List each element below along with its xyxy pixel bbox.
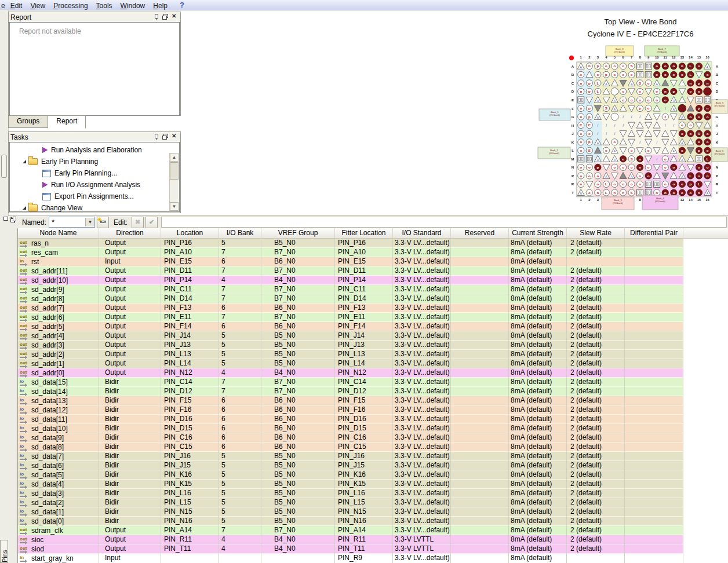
cell-name[interactable]: iosd_data[15]: [18, 378, 99, 387]
cell-diff[interactable]: [625, 424, 683, 433]
cell-diff[interactable]: [625, 470, 683, 480]
cell-standard[interactable]: 3.3-V LV...default): [393, 396, 451, 405]
cell-name[interactable]: outsiod: [18, 544, 99, 554]
cell-fitter[interactable]: PIN_L14: [335, 359, 393, 368]
close-icon[interactable]: [170, 13, 179, 21]
cell-current[interactable]: 8mA (default): [509, 526, 567, 535]
cell-bank[interactable]: 7: [219, 248, 261, 257]
cell-vref[interactable]: B5_N0: [261, 517, 335, 526]
scroll-up-icon[interactable]: ▲: [170, 153, 179, 162]
pin-row-start_gray_kn[interactable]: instart_gray_knInputPIN_R93.3-V LV...def…: [18, 554, 728, 563]
cell-location[interactable]: PIN_E11: [161, 313, 219, 322]
cell-location[interactable]: PIN_C14: [161, 378, 219, 387]
column-header-slew-rate[interactable]: Slew Rate: [567, 228, 625, 238]
cell-name[interactable]: iosd_data[14]: [18, 387, 99, 396]
cell-location[interactable]: PIN_A14: [161, 526, 219, 535]
cell-location[interactable]: PIN_L13: [161, 350, 219, 359]
cell-current[interactable]: 8mA (default): [509, 285, 567, 294]
cell-reserved[interactable]: [451, 387, 509, 396]
cell-reserved[interactable]: [451, 266, 509, 276]
cell-direction[interactable]: Output: [99, 544, 161, 554]
cell-vref[interactable]: B4_N0: [261, 276, 335, 285]
cell-fitter[interactable]: PIN_P16: [335, 239, 393, 248]
cell-fitter[interactable]: PIN_F14: [335, 322, 393, 331]
cell-reserved[interactable]: [451, 368, 509, 378]
cell-current[interactable]: 8mA (default): [509, 498, 567, 507]
cell-reserved[interactable]: [451, 507, 509, 517]
cell-reserved[interactable]: [451, 544, 509, 554]
cell-vref[interactable]: B6_N0: [261, 257, 335, 266]
cell-name[interactable]: iosd_data[11]: [18, 415, 99, 424]
cell-vref[interactable]: B7_N0: [261, 294, 335, 304]
cell-location[interactable]: PIN_C16: [161, 433, 219, 443]
cell-current[interactable]: 8mA (default): [509, 248, 567, 257]
cell-location[interactable]: PIN_C11: [161, 285, 219, 294]
float-icon[interactable]: [161, 13, 169, 21]
pin-row-sd_addr[8][interactable]: outsd_addr[8]OutputPIN_D147B7_N0PIN_D143…: [18, 294, 728, 304]
cell-slew[interactable]: 2 (default): [567, 544, 625, 554]
float-icon[interactable]: [161, 133, 169, 141]
cell-direction[interactable]: Output: [99, 359, 161, 368]
cell-current[interactable]: 8mA (default): [509, 415, 567, 424]
cell-vref[interactable]: B5_N0: [261, 341, 335, 350]
column-header-direction[interactable]: Direction: [99, 228, 161, 238]
cell-name[interactable]: iosd_data[9]: [18, 433, 99, 443]
cell-direction[interactable]: Bidir: [99, 470, 161, 480]
cell-standard[interactable]: 3.3-V LV...default): [393, 285, 451, 294]
cell-location[interactable]: PIN_F13: [161, 304, 219, 313]
cell-fitter[interactable]: PIN_C14: [335, 378, 393, 387]
cell-current[interactable]: 8mA (default): [509, 433, 567, 443]
cell-bank[interactable]: 5: [219, 470, 261, 480]
cell-location[interactable]: PIN_K15: [161, 480, 219, 489]
cell-direction[interactable]: Bidir: [99, 433, 161, 443]
pin-row-sd_data[11][interactable]: iosd_data[11]BidirPIN_D166B6_N0PIN_D163.…: [18, 415, 728, 424]
cell-standard[interactable]: 3.3-V LV...default): [393, 415, 451, 424]
cell-reserved[interactable]: [451, 396, 509, 405]
cell-location[interactable]: PIN_J15: [161, 461, 219, 470]
cell-direction[interactable]: Bidir: [99, 443, 161, 452]
cell-current[interactable]: 8mA (default): [509, 359, 567, 368]
pin-row-sd_addr[9][interactable]: outsd_addr[9]OutputPIN_C117B7_N0PIN_C113…: [18, 285, 728, 294]
cell-direction[interactable]: Output: [99, 266, 161, 276]
pin-row-sd_data[7][interactable]: iosd_data[7]BidirPIN_J165B5_N0PIN_J163.3…: [18, 452, 728, 461]
cell-direction[interactable]: Output: [99, 276, 161, 285]
cell-name[interactable]: outsd_addr[5]: [18, 322, 99, 331]
cell-diff[interactable]: [625, 294, 683, 304]
cell-current[interactable]: 8mA (default): [509, 294, 567, 304]
cell-reserved[interactable]: [451, 470, 509, 480]
cell-name[interactable]: iosd_data[1]: [18, 507, 99, 517]
cell-location[interactable]: PIN_F15: [161, 396, 219, 405]
cell-vref[interactable]: B5_N0: [261, 331, 335, 341]
cell-fitter[interactable]: PIN_J16: [335, 452, 393, 461]
pin-row-sd_data[2][interactable]: iosd_data[2]BidirPIN_L155B5_N0PIN_L153.3…: [18, 498, 728, 507]
cell-bank[interactable]: 6: [219, 322, 261, 331]
cell-direction[interactable]: Input: [99, 257, 161, 266]
cell-fitter[interactable]: PIN_F15: [335, 396, 393, 405]
cell-slew[interactable]: 2 (default): [567, 526, 625, 535]
cell-standard[interactable]: 3.3-V LV...default): [393, 313, 451, 322]
cell-location[interactable]: PIN_D15: [161, 424, 219, 433]
cell-vref[interactable]: B7_N0: [261, 378, 335, 387]
pin-row-sd_data[0][interactable]: iosd_data[0]BidirPIN_N165B5_N0PIN_N163.3…: [18, 517, 728, 526]
cell-location[interactable]: PIN_P16: [161, 239, 219, 248]
context-help-icon[interactable]: ?: [180, 1, 184, 10]
cell-slew[interactable]: 2 (default): [567, 350, 625, 359]
cell-current[interactable]: 8mA (default): [509, 266, 567, 276]
cell-fitter[interactable]: PIN_C15: [335, 443, 393, 452]
cell-location[interactable]: PIN_T11: [161, 544, 219, 554]
cell-slew[interactable]: 2 (default): [567, 517, 625, 526]
pin-row-res_cam[interactable]: outres_camOutputPIN_A107B7_N0PIN_A103.3-…: [18, 248, 728, 257]
pin-row-sioc[interactable]: outsiocOutputPIN_R114B4_N0PIN_R113.3-V L…: [18, 535, 728, 544]
cell-bank[interactable]: 5: [219, 507, 261, 517]
cell-reserved[interactable]: [451, 285, 509, 294]
cell-location[interactable]: PIN_L16: [161, 489, 219, 498]
cell-direction[interactable]: Output: [99, 294, 161, 304]
cell-slew[interactable]: 2 (default): [567, 387, 625, 396]
cell-bank[interactable]: 5: [219, 331, 261, 341]
cell-fitter[interactable]: PIN_D16: [335, 415, 393, 424]
cell-fitter[interactable]: PIN_L16: [335, 489, 393, 498]
cell-vref[interactable]: B5_N0: [261, 480, 335, 489]
edit-cancel-button[interactable]: ✖: [132, 217, 144, 228]
cell-current[interactable]: 8mA (default): [509, 313, 567, 322]
cell-standard[interactable]: 3.3-V LV...default): [393, 331, 451, 341]
